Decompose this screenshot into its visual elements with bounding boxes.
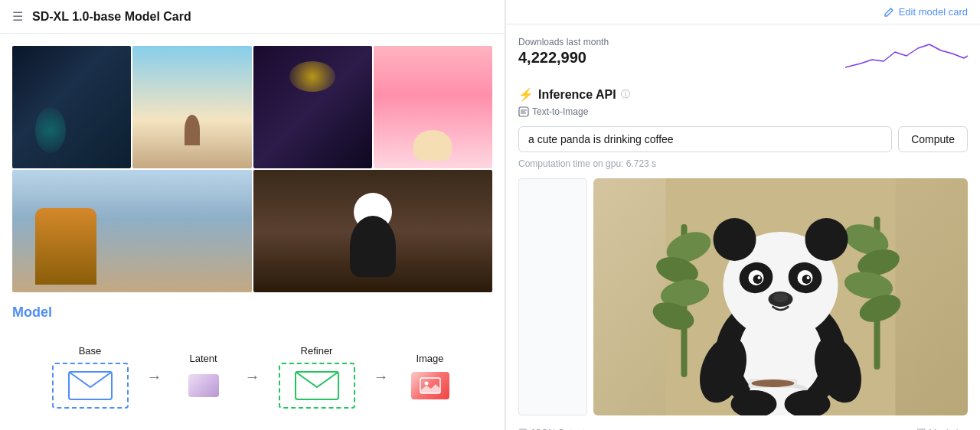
- svg-point-38: [752, 380, 795, 387]
- edit-model-label: Edit model card: [899, 6, 968, 18]
- compute-button[interactable]: Compute: [898, 126, 968, 152]
- bottom-bar: JSON Output Maximize: [518, 422, 968, 430]
- svg-point-23: [805, 218, 848, 261]
- task-badge: Text-to-Image: [518, 106, 968, 117]
- grid-image-beach-run: [132, 46, 251, 168]
- image-icon-svg: [419, 376, 442, 395]
- diagram-node-refiner: Refiner: [279, 345, 355, 409]
- task-icon: [518, 106, 529, 117]
- edit-icon: [884, 7, 894, 18]
- left-panel: ☰ SD-XL 1.0-base Model Card Model Base: [0, 0, 505, 430]
- node-label-image: Image: [416, 353, 443, 364]
- hamburger-icon[interactable]: ☰: [12, 9, 23, 24]
- grid-image-dark-romance: [253, 46, 372, 168]
- diagram-node-image: Image: [407, 353, 453, 401]
- svg-point-29: [802, 275, 812, 284]
- inference-section: ⚡ Inference API ⓘ Text-to-Image Compute …: [518, 87, 968, 430]
- model-diagram: Base → Latent → Refiner: [12, 333, 492, 421]
- task-label: Text-to-Image: [532, 106, 588, 117]
- downloads-label: Downloads last month: [518, 37, 609, 47]
- grid-image-tiger-pier: [12, 170, 252, 292]
- node-label-latent: Latent: [189, 353, 217, 364]
- svg-point-3: [424, 382, 428, 386]
- node-box-base: [52, 363, 129, 409]
- grid-image-puppy: [374, 46, 492, 168]
- left-header: ☰ SD-XL 1.0-base Model Card: [0, 0, 505, 34]
- svg-point-22: [714, 218, 756, 261]
- svg-point-31: [807, 276, 810, 279]
- grid-image-dark-forest: [12, 46, 131, 168]
- downloads-block: Downloads last month 4,222,990: [518, 37, 609, 67]
- image-box: [411, 372, 449, 399]
- svg-point-28: [753, 275, 763, 284]
- envelope-green-svg: [294, 370, 340, 401]
- node-label-refiner: Refiner: [301, 345, 333, 357]
- diagram-node-latent: Latent: [181, 353, 227, 401]
- latent-visual: [181, 370, 227, 401]
- inference-title: Inference API: [538, 88, 616, 102]
- node-label-base: Base: [79, 345, 102, 357]
- svg-point-30: [758, 276, 761, 279]
- inference-header: ⚡ Inference API ⓘ: [518, 87, 968, 102]
- connector-2: →: [245, 368, 260, 386]
- model-section: Model Base → Latent →: [0, 305, 505, 430]
- downloads-count: 4,222,990: [518, 49, 609, 67]
- stats-row: Downloads last month 4,222,990: [518, 37, 968, 75]
- lightning-icon: ⚡: [518, 87, 534, 102]
- computation-time: Computation time on gpu: 6.723 s: [518, 158, 968, 169]
- svg-point-33: [773, 293, 789, 302]
- model-section-title: Model: [12, 305, 492, 321]
- node-box-refiner: [279, 363, 355, 409]
- connector-3: →: [374, 368, 389, 386]
- page-title: SD-XL 1.0-base Model Card: [32, 10, 191, 24]
- connector-1: →: [147, 368, 162, 386]
- downloads-chart: [845, 37, 968, 75]
- panda-image-container: [593, 178, 968, 415]
- right-top-bar: Edit model card: [506, 0, 980, 24]
- image-visual: [407, 370, 453, 401]
- panda-svg: [593, 178, 968, 415]
- output-container: [518, 178, 968, 415]
- diagram-node-base: Base: [52, 345, 129, 409]
- info-icon[interactable]: ⓘ: [621, 88, 630, 101]
- edit-model-link[interactable]: Edit model card: [884, 6, 968, 18]
- prompt-input[interactable]: [518, 126, 892, 152]
- latent-box: [188, 374, 219, 397]
- envelope-blue-svg: [67, 370, 113, 401]
- chart-container: [845, 37, 968, 75]
- right-content: Downloads last month 4,222,990 ⚡ Inferen…: [506, 24, 980, 430]
- input-row: Compute: [518, 126, 968, 152]
- grid-image-panda-cafe: [253, 170, 493, 292]
- output-placeholder: [518, 178, 587, 415]
- image-grid: [12, 46, 492, 292]
- right-panel: Edit model card Downloads last month 4,2…: [505, 0, 980, 430]
